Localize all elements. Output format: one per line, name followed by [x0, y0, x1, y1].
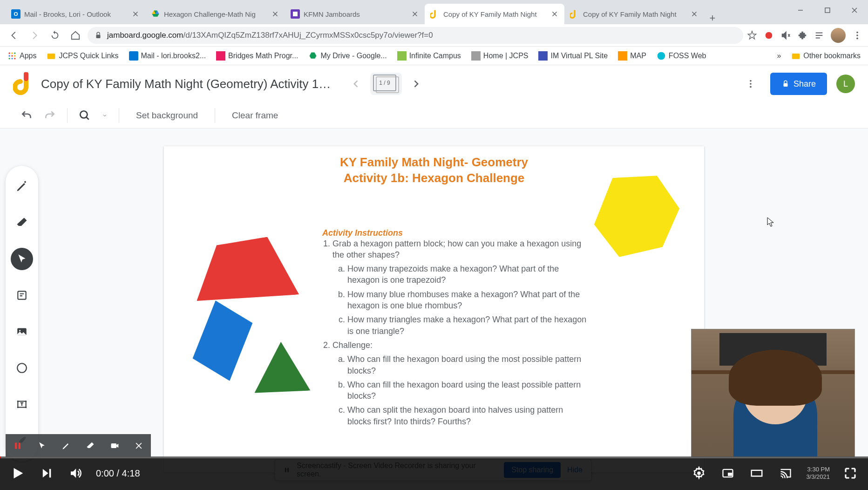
url-input[interactable]: jamboard.google.com/d/13XAmQIZq5ZmZ138rf…	[88, 27, 743, 44]
bookmark-im-virtual[interactable]: IM Virtual PL Site	[538, 51, 608, 61]
settings-button[interactable]	[691, 465, 707, 482]
back-button[interactable]	[6, 27, 22, 44]
eraser-annotate[interactable]	[85, 440, 96, 451]
undo-button[interactable]	[20, 109, 33, 122]
webcam-overlay[interactable]	[691, 329, 855, 457]
pen-annotate[interactable]	[61, 440, 72, 451]
rhombus-shape[interactable]	[183, 295, 262, 387]
gdrive-icon	[151, 9, 160, 19]
jamboard-header: Copy of KY Family Math Night (Geometry) …	[0, 65, 868, 102]
bookmark-foss[interactable]: FOSS Web	[657, 51, 706, 61]
bookmark-mail[interactable]: Mail - lori.brooks2...	[129, 51, 206, 61]
set-background-button[interactable]: Set background	[130, 110, 203, 121]
mute-icon[interactable]	[780, 30, 791, 41]
jamboard-frame[interactable]: KY Family Math Night- Geometry Activity …	[164, 146, 704, 472]
star-icon[interactable]	[747, 30, 757, 41]
svg-point-12	[14, 52, 15, 54]
tab-jamboard-1[interactable]: Copy of KY Family Math Night	[425, 4, 564, 24]
svg-rect-50	[752, 470, 762, 476]
close-icon[interactable]	[411, 10, 419, 18]
user-avatar[interactable]: L	[836, 75, 855, 93]
maximize-button[interactable]	[814, 0, 841, 20]
document-title[interactable]: Copy of KY Family Math Night (Geometry) …	[41, 77, 337, 91]
frame-indicator[interactable]: 1 / 9	[370, 73, 402, 95]
bookmark-apps[interactable]: Apps	[7, 51, 36, 61]
volume-button[interactable]	[67, 465, 84, 482]
svg-rect-25	[618, 51, 627, 61]
pause-recording-button[interactable]	[12, 440, 23, 451]
url-domain: jamboard.google.com	[107, 31, 183, 40]
svg-point-9	[856, 37, 858, 39]
eraser-tool[interactable]	[11, 211, 33, 234]
progress-bar[interactable]	[0, 456, 868, 458]
bookmark-map[interactable]: MAP	[618, 51, 646, 61]
cast-button[interactable]	[777, 465, 794, 482]
svg-text:O: O	[14, 11, 18, 17]
clear-frame-button[interactable]: Clear frame	[226, 110, 284, 121]
triangle-shape[interactable]	[250, 340, 310, 395]
jamboard-icon	[570, 9, 579, 19]
svg-rect-24	[538, 51, 548, 61]
folder-icon	[791, 51, 800, 61]
close-toolbar[interactable]	[133, 440, 144, 451]
zoom-dropdown[interactable]	[102, 113, 108, 118]
redo-button[interactable]	[44, 109, 56, 122]
svg-rect-49	[728, 473, 732, 476]
close-icon[interactable]	[271, 10, 279, 18]
share-button[interactable]: Share	[770, 73, 827, 95]
svg-rect-20	[129, 51, 138, 61]
trapezoid-shape[interactable]	[191, 234, 299, 305]
bookmark-bridges[interactable]: Bridges Math Progr...	[216, 51, 298, 61]
image-tool[interactable]	[11, 320, 33, 343]
jamboard-logo-icon[interactable]	[13, 72, 32, 95]
forward-button[interactable]	[26, 27, 43, 44]
tab-hexagon-challenge[interactable]: Hexagon Challenge-Math Nig	[145, 4, 285, 24]
svg-point-15	[14, 55, 15, 56]
other-bookmarks[interactable]: Other bookmarks	[791, 51, 861, 61]
close-icon[interactable]	[131, 10, 140, 18]
cursor-tool[interactable]	[36, 440, 47, 451]
more-options-button[interactable]	[740, 74, 761, 94]
svg-rect-21	[216, 51, 225, 61]
close-icon[interactable]	[550, 10, 559, 18]
svg-point-41	[25, 407, 27, 408]
bookmark-jcps[interactable]: JCPS Quick Links	[47, 51, 118, 61]
new-tab-button[interactable]: +	[704, 12, 721, 24]
shape-tool[interactable]	[11, 357, 33, 379]
bookmark-home-jcps[interactable]: Home | JCPS	[471, 51, 529, 61]
svg-rect-3	[293, 12, 298, 16]
reload-button[interactable]	[47, 27, 63, 44]
next-frame-button[interactable]	[406, 74, 426, 94]
fullscreen-button[interactable]	[842, 465, 859, 482]
menu-icon[interactable]	[852, 30, 862, 41]
sticky-note-tool[interactable]	[11, 284, 33, 306]
theater-button[interactable]	[748, 465, 765, 482]
close-button[interactable]	[841, 0, 868, 20]
extensions-icon[interactable]	[797, 30, 807, 41]
text-box-tool[interactable]	[11, 393, 33, 415]
svg-point-35	[19, 330, 20, 331]
close-icon[interactable]	[690, 10, 698, 18]
zoom-button[interactable]	[79, 109, 91, 122]
next-button[interactable]	[38, 465, 55, 482]
home-button[interactable]	[67, 27, 84, 44]
tab-kfmn[interactable]: KFMN Jamboards	[285, 4, 425, 24]
bookmark-infinite-campus[interactable]: Infinite Campus	[397, 51, 461, 61]
bookmarks-overflow[interactable]: »	[777, 52, 781, 60]
webcam-toggle[interactable]	[109, 440, 120, 451]
play-button[interactable]	[9, 465, 26, 482]
profile-avatar[interactable]	[831, 28, 846, 43]
reading-list-icon[interactable]	[814, 30, 824, 41]
pen-tool[interactable]	[11, 175, 33, 197]
tab-jamboard-2[interactable]: Copy of KY Family Math Night	[564, 4, 704, 24]
extension-icon[interactable]	[764, 30, 774, 41]
svg-point-39	[25, 401, 27, 402]
miniplayer-button[interactable]	[719, 465, 736, 482]
svg-point-10	[9, 52, 10, 54]
select-tool[interactable]	[11, 248, 33, 270]
bookmark-drive[interactable]: My Drive - Google...	[308, 51, 387, 61]
prev-frame-button[interactable]	[346, 74, 366, 94]
folder-icon	[47, 51, 56, 61]
minimize-button[interactable]	[787, 0, 814, 20]
tab-outlook[interactable]: O Mail - Brooks, Lori - Outlook	[6, 4, 145, 24]
